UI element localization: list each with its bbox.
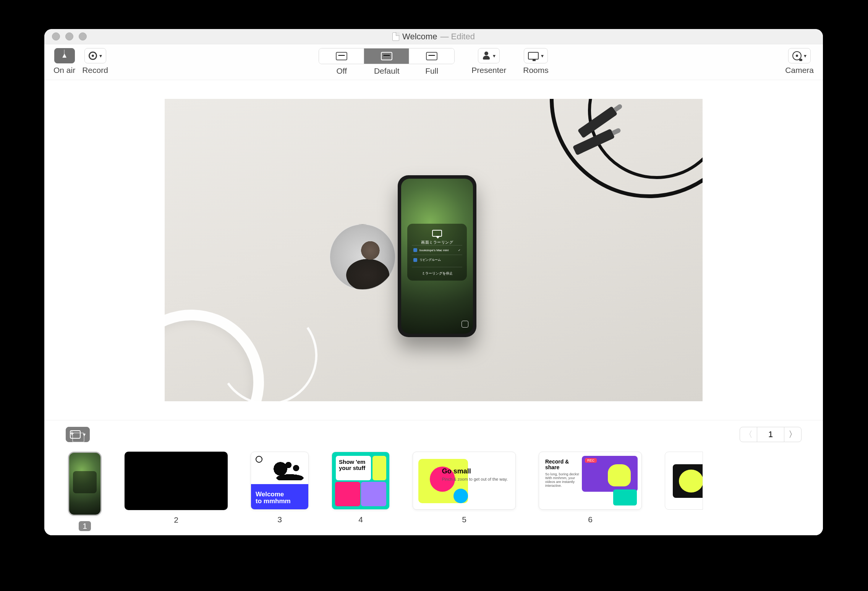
airplay-target-1-label: bookslope's Mac mini — [419, 249, 449, 252]
minimize-window-button[interactable] — [65, 32, 73, 40]
rooms-label: Rooms — [523, 66, 549, 75]
chevron-down-icon: ▾ — [804, 53, 806, 59]
check-icon: ✓ — [458, 249, 461, 252]
slide-number: 6 — [588, 515, 593, 524]
slide-thumb-6[interactable]: Record & share So long, boring decks! Wi… — [539, 452, 642, 524]
slide-thumb-1[interactable]: 1 — [68, 452, 102, 531]
presenter-label: Presenter — [471, 66, 506, 75]
record-icon — [89, 52, 97, 60]
window-title: Welcome — Edited — [44, 32, 823, 42]
app-window: Welcome — Edited On air ▾ Record — [44, 29, 823, 535]
next-slide-button[interactable]: 〉 — [784, 429, 801, 440]
doc-title-text: Welcome — [402, 32, 437, 42]
airplay-icon — [432, 230, 442, 237]
slide-thumb-caption: Go small Pinch & zoom to get out of the … — [442, 467, 508, 482]
frame-full-icon — [426, 52, 437, 60]
seg-off[interactable] — [319, 48, 364, 64]
airplay-target-2-label: リビングルーム — [419, 258, 441, 262]
slide-number: 3 — [277, 515, 282, 524]
on-air-label: On air — [53, 66, 75, 75]
slide-thumb-2[interactable]: 2 — [125, 452, 228, 525]
slide-number: 1 — [79, 521, 91, 531]
on-air-button[interactable] — [54, 48, 75, 63]
presenter-menu-button[interactable]: ▾ — [478, 48, 500, 63]
stage[interactable]: 画面ミラーリング bookslope's Mac mini ✓ リビングルーム … — [165, 99, 703, 401]
seg-default-label: Default — [364, 66, 409, 76]
seg-default[interactable] — [364, 48, 409, 64]
decor-panel — [361, 482, 386, 506]
page-stepper: 〈 1 〉 — [740, 427, 802, 442]
phone-mockup: 画面ミラーリング bookslope's Mac mini ✓ リビングルーム … — [398, 175, 476, 337]
phone-screen: 画面ミラーリング bookslope's Mac mini ✓ リビングルーム … — [401, 179, 473, 334]
frame-default-icon — [381, 52, 392, 60]
frame-off-icon — [336, 52, 347, 60]
seg-off-label: Off — [319, 66, 364, 76]
airplay-stop: ミラーリングを停止 — [412, 267, 462, 276]
slide-number: 5 — [462, 515, 466, 524]
person-icon — [482, 52, 491, 60]
slide-thumb-caption: Welcome to mmhmm — [256, 491, 291, 505]
slide-thumb-image: Welcome to mmhmm — [251, 452, 309, 510]
close-window-button[interactable] — [52, 32, 60, 40]
add-slide-button[interactable]: ▾ — [66, 427, 90, 442]
camera-menu-button[interactable]: ▾ — [788, 48, 811, 63]
phone-home-indicator — [462, 321, 468, 328]
seg-labels: Off Default Full — [319, 66, 454, 76]
slide-thumb-image: Go small Pinch & zoom to get out of the … — [413, 452, 516, 510]
current-slide-number: 1 — [757, 427, 784, 442]
zoom-window-button[interactable] — [79, 32, 87, 40]
slide-thumb-4[interactable]: Show 'em your stuff 4 — [332, 452, 390, 524]
slide-thumb-image — [125, 452, 228, 510]
window-controls — [52, 32, 87, 40]
toolbar: On air ▾ Record Off Default — [44, 44, 823, 80]
airplay-title: 画面ミラーリング — [412, 240, 462, 245]
decor-art — [582, 456, 638, 492]
decor-panel — [372, 456, 386, 480]
slide-thumb-caption: Show 'em your stuff — [336, 456, 371, 480]
camera-icon — [792, 51, 802, 60]
preview-area: 画面ミラーリング bookslope's Mac mini ✓ リビングルーム … — [44, 80, 823, 420]
record-button[interactable]: ▾ — [84, 48, 106, 63]
presenter-size-segmented — [319, 48, 455, 64]
slide-thumb-3[interactable]: Welcome to mmhmm 3 — [251, 452, 309, 524]
logo-icon — [256, 456, 262, 463]
device-icon — [413, 258, 417, 262]
chevron-down-icon: ▾ — [99, 53, 102, 59]
slide-thumb-caption: Record & share So long, boring decks! Wi… — [545, 459, 582, 488]
slide-number: 4 — [358, 515, 363, 524]
presenter-avatar[interactable] — [330, 224, 395, 290]
airplay-target-2: リビングルーム — [412, 255, 462, 265]
decor-panel — [335, 482, 360, 506]
slide-number: 2 — [174, 515, 178, 525]
monitor-icon — [528, 52, 539, 60]
seg-full[interactable] — [409, 48, 454, 64]
airplay-sheet: 画面ミラーリング bookslope's Mac mini ✓ リビングルーム … — [407, 224, 467, 281]
slide-list: 1 2 Welcome to mmhmm 3 — [66, 443, 802, 535]
seg-full-label: Full — [409, 66, 454, 76]
chevron-down-icon: ▾ — [541, 53, 544, 59]
prev-slide-button[interactable]: 〈 — [740, 429, 757, 440]
record-label: Record — [82, 66, 108, 75]
slide-thumb-7-peek[interactable] — [665, 452, 703, 510]
camera-label: Camera — [785, 66, 814, 75]
airplay-target-1: bookslope's Mac mini ✓ — [412, 245, 462, 255]
broadcast-icon — [59, 52, 70, 60]
edited-indicator: — Edited — [440, 32, 475, 42]
slide-tray: ▾ 〈 1 〉 1 2 Welcome — [44, 420, 823, 535]
decor-mini — [613, 489, 637, 505]
document-icon — [392, 32, 399, 41]
slide-thumb-image — [68, 452, 102, 516]
slide-thumb-5[interactable]: Go small Pinch & zoom to get out of the … — [413, 452, 516, 524]
device-icon — [413, 248, 417, 252]
titlebar: Welcome — Edited — [44, 29, 823, 44]
add-slide-icon — [70, 430, 81, 439]
slide-thumb-image: Show 'em your stuff — [332, 452, 390, 510]
slide-thumb-image: Record & share So long, boring decks! Wi… — [539, 452, 642, 510]
slide-thumb-image — [665, 452, 703, 510]
rooms-menu-button[interactable]: ▾ — [524, 48, 548, 63]
chevron-down-icon: ▾ — [493, 53, 496, 59]
